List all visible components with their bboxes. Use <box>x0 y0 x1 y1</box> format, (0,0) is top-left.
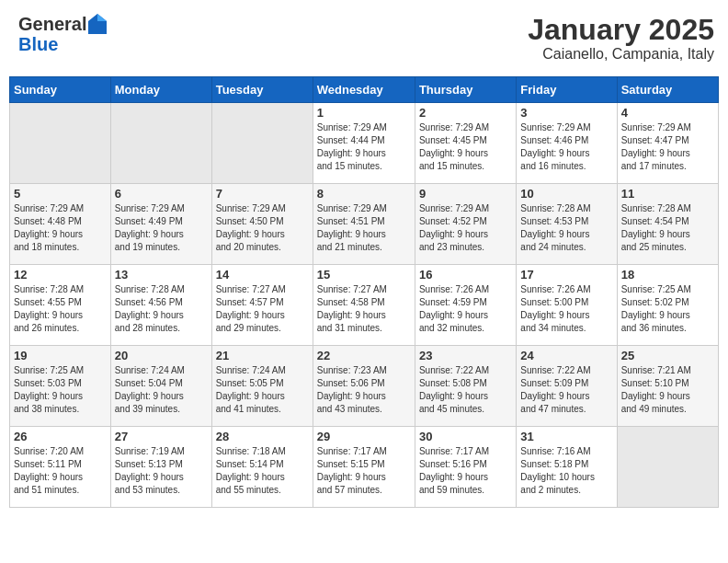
calendar-cell: 30Sunrise: 7:17 AM Sunset: 5:16 PM Dayli… <box>415 427 516 508</box>
day-number: 4 <box>621 106 714 120</box>
logo-blue-text: Blue <box>18 34 107 54</box>
calendar-cell: 22Sunrise: 7:23 AM Sunset: 5:06 PM Dayli… <box>313 346 415 427</box>
day-info: Sunrise: 7:28 AM Sunset: 4:56 PM Dayligh… <box>115 283 208 335</box>
calendar-table: SundayMondayTuesdayWednesdayThursdayFrid… <box>9 76 719 508</box>
day-info: Sunrise: 7:27 AM Sunset: 4:58 PM Dayligh… <box>317 283 411 335</box>
day-number: 5 <box>14 187 107 201</box>
day-of-week-sunday: Sunday <box>10 77 111 103</box>
day-info: Sunrise: 7:24 AM Sunset: 5:05 PM Dayligh… <box>216 364 309 416</box>
day-number: 10 <box>520 187 612 201</box>
day-info: Sunrise: 7:28 AM Sunset: 4:55 PM Dayligh… <box>14 283 107 335</box>
calendar-cell: 10Sunrise: 7:28 AM Sunset: 4:53 PM Dayli… <box>517 184 617 265</box>
day-number: 22 <box>317 349 411 362</box>
calendar-cell: 19Sunrise: 7:25 AM Sunset: 5:03 PM Dayli… <box>10 346 111 427</box>
calendar-cell <box>617 427 718 508</box>
day-info: Sunrise: 7:27 AM Sunset: 4:57 PM Dayligh… <box>216 283 309 335</box>
day-info: Sunrise: 7:22 AM Sunset: 5:09 PM Dayligh… <box>520 364 612 416</box>
calendar-cell <box>211 103 313 184</box>
day-number: 9 <box>419 187 512 201</box>
calendar-week-1: 5Sunrise: 7:29 AM Sunset: 4:48 PM Daylig… <box>10 184 719 265</box>
day-info: Sunrise: 7:19 AM Sunset: 5:13 PM Dayligh… <box>115 445 208 497</box>
day-of-week-monday: Monday <box>110 77 211 103</box>
calendar-cell: 24Sunrise: 7:22 AM Sunset: 5:09 PM Dayli… <box>517 346 617 427</box>
calendar-cell: 14Sunrise: 7:27 AM Sunset: 4:57 PM Dayli… <box>211 265 313 346</box>
calendar-header: SundayMondayTuesdayWednesdayThursdayFrid… <box>10 77 719 103</box>
calendar-cell <box>110 103 211 184</box>
day-info: Sunrise: 7:29 AM Sunset: 4:50 PM Dayligh… <box>216 202 309 254</box>
day-info: Sunrise: 7:29 AM Sunset: 4:44 PM Dayligh… <box>317 121 411 173</box>
page: General Blue January 2025 Caianello, Cam… <box>0 0 728 563</box>
day-number: 31 <box>520 430 612 443</box>
day-number: 14 <box>216 268 309 282</box>
day-info: Sunrise: 7:26 AM Sunset: 5:00 PM Dayligh… <box>520 283 612 335</box>
calendar-cell: 16Sunrise: 7:26 AM Sunset: 4:59 PM Dayli… <box>415 265 516 346</box>
logo: General Blue <box>18 14 107 54</box>
day-info: Sunrise: 7:22 AM Sunset: 5:08 PM Dayligh… <box>419 364 512 416</box>
calendar-cell: 21Sunrise: 7:24 AM Sunset: 5:05 PM Dayli… <box>211 346 313 427</box>
calendar-cell <box>10 103 111 184</box>
day-number: 16 <box>419 268 512 282</box>
day-number: 28 <box>216 430 309 443</box>
header-row: SundayMondayTuesdayWednesdayThursdayFrid… <box>10 77 719 103</box>
day-info: Sunrise: 7:26 AM Sunset: 4:59 PM Dayligh… <box>419 283 512 335</box>
day-info: Sunrise: 7:23 AM Sunset: 5:06 PM Dayligh… <box>317 364 411 416</box>
logo-icon <box>88 14 107 34</box>
calendar-cell: 20Sunrise: 7:24 AM Sunset: 5:04 PM Dayli… <box>110 346 211 427</box>
calendar-week-3: 19Sunrise: 7:25 AM Sunset: 5:03 PM Dayli… <box>10 346 719 427</box>
day-info: Sunrise: 7:28 AM Sunset: 4:53 PM Dayligh… <box>520 202 612 254</box>
day-number: 21 <box>216 349 309 362</box>
calendar-cell: 28Sunrise: 7:18 AM Sunset: 5:14 PM Dayli… <box>211 427 313 508</box>
calendar-cell: 12Sunrise: 7:28 AM Sunset: 4:55 PM Dayli… <box>10 265 111 346</box>
calendar-cell: 31Sunrise: 7:16 AM Sunset: 5:18 PM Dayli… <box>517 427 617 508</box>
day-info: Sunrise: 7:29 AM Sunset: 4:46 PM Dayligh… <box>520 121 612 173</box>
calendar-cell: 9Sunrise: 7:29 AM Sunset: 4:52 PM Daylig… <box>415 184 516 265</box>
day-number: 15 <box>317 268 411 282</box>
day-info: Sunrise: 7:17 AM Sunset: 5:15 PM Dayligh… <box>317 445 411 497</box>
day-info: Sunrise: 7:25 AM Sunset: 5:03 PM Dayligh… <box>14 364 107 416</box>
day-number: 11 <box>621 187 714 201</box>
day-of-week-saturday: Saturday <box>617 77 718 103</box>
day-number: 17 <box>520 268 612 282</box>
day-of-week-wednesday: Wednesday <box>313 77 415 103</box>
day-number: 8 <box>317 187 411 201</box>
day-info: Sunrise: 7:29 AM Sunset: 4:52 PM Dayligh… <box>419 202 512 254</box>
day-of-week-friday: Friday <box>517 77 617 103</box>
day-info: Sunrise: 7:21 AM Sunset: 5:10 PM Dayligh… <box>621 364 714 416</box>
day-number: 13 <box>115 268 208 282</box>
day-number: 7 <box>216 187 309 201</box>
day-info: Sunrise: 7:28 AM Sunset: 4:54 PM Dayligh… <box>621 202 714 254</box>
day-number: 29 <box>317 430 411 443</box>
day-number: 24 <box>520 349 612 362</box>
day-info: Sunrise: 7:29 AM Sunset: 4:48 PM Dayligh… <box>14 202 107 254</box>
calendar-cell: 3Sunrise: 7:29 AM Sunset: 4:46 PM Daylig… <box>517 103 617 184</box>
day-info: Sunrise: 7:16 AM Sunset: 5:18 PM Dayligh… <box>520 445 612 497</box>
day-of-week-tuesday: Tuesday <box>211 77 313 103</box>
day-number: 20 <box>115 349 208 362</box>
calendar-cell: 8Sunrise: 7:29 AM Sunset: 4:51 PM Daylig… <box>313 184 415 265</box>
calendar-cell: 13Sunrise: 7:28 AM Sunset: 4:56 PM Dayli… <box>110 265 211 346</box>
calendar-week-0: 1Sunrise: 7:29 AM Sunset: 4:44 PM Daylig… <box>10 103 719 184</box>
day-number: 6 <box>115 187 208 201</box>
day-info: Sunrise: 7:29 AM Sunset: 4:51 PM Dayligh… <box>317 202 411 254</box>
calendar-cell: 4Sunrise: 7:29 AM Sunset: 4:47 PM Daylig… <box>617 103 718 184</box>
day-number: 30 <box>419 430 512 443</box>
day-info: Sunrise: 7:20 AM Sunset: 5:11 PM Dayligh… <box>14 445 107 497</box>
calendar-cell: 1Sunrise: 7:29 AM Sunset: 4:44 PM Daylig… <box>313 103 415 184</box>
day-number: 19 <box>14 349 107 362</box>
day-number: 26 <box>14 430 107 443</box>
day-info: Sunrise: 7:29 AM Sunset: 4:49 PM Dayligh… <box>115 202 208 254</box>
calendar-cell: 11Sunrise: 7:28 AM Sunset: 4:54 PM Dayli… <box>617 184 718 265</box>
calendar-title: January 2025 <box>528 14 714 46</box>
logo-general-text: General <box>18 14 86 34</box>
calendar-week-2: 12Sunrise: 7:28 AM Sunset: 4:55 PM Dayli… <box>10 265 719 346</box>
calendar-cell: 15Sunrise: 7:27 AM Sunset: 4:58 PM Dayli… <box>313 265 415 346</box>
day-number: 18 <box>621 268 714 282</box>
day-info: Sunrise: 7:17 AM Sunset: 5:16 PM Dayligh… <box>419 445 512 497</box>
day-info: Sunrise: 7:25 AM Sunset: 5:02 PM Dayligh… <box>621 283 714 335</box>
day-number: 3 <box>520 106 612 120</box>
day-number: 2 <box>419 106 512 120</box>
calendar-cell: 26Sunrise: 7:20 AM Sunset: 5:11 PM Dayli… <box>10 427 111 508</box>
calendar-cell: 5Sunrise: 7:29 AM Sunset: 4:48 PM Daylig… <box>10 184 111 265</box>
day-info: Sunrise: 7:29 AM Sunset: 4:45 PM Dayligh… <box>419 121 512 173</box>
day-number: 25 <box>621 349 714 362</box>
